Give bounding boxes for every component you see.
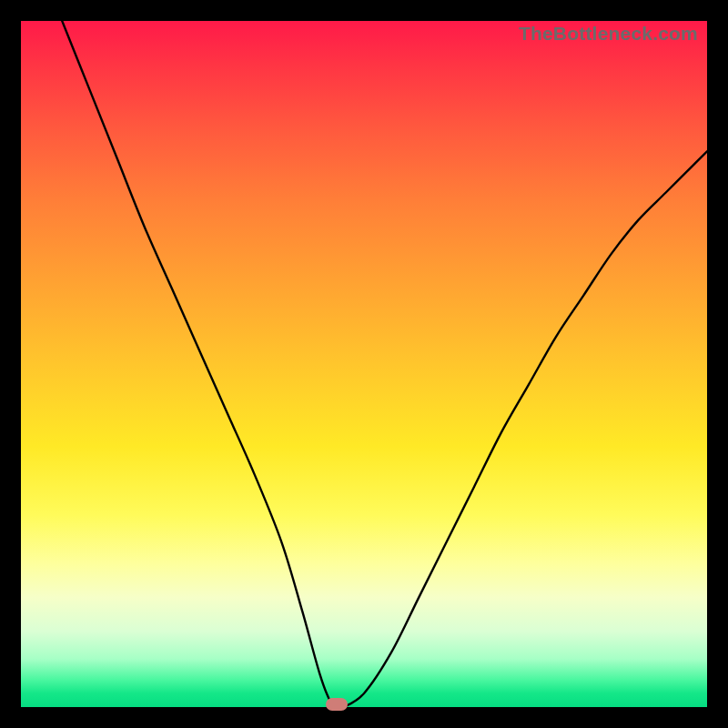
optimal-point-marker — [326, 698, 348, 711]
chart-frame: TheBottleneck.com — [0, 0, 728, 728]
bottleneck-curve — [21, 21, 707, 707]
plot-area: TheBottleneck.com — [21, 21, 707, 707]
